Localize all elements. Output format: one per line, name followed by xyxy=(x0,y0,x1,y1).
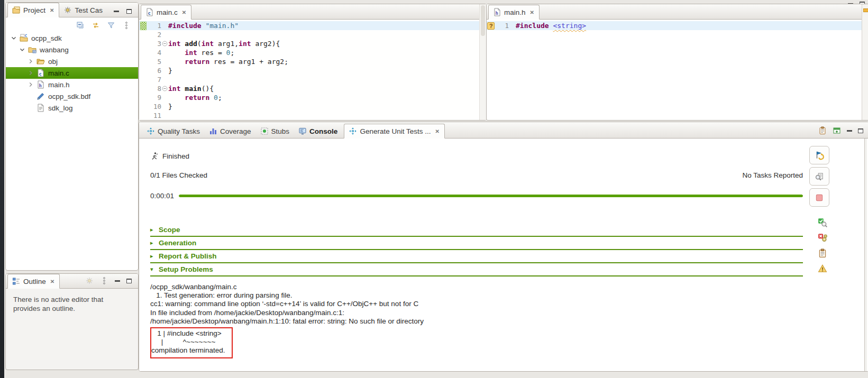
report-icon[interactable] xyxy=(818,248,827,258)
expander-spacer xyxy=(27,93,34,100)
project-tree: Cocpp_sdkwanbangobjcmain.chmain.hocpp_sd… xyxy=(6,32,138,114)
editor-main-h-overview-ruler[interactable] xyxy=(862,4,868,120)
generation-error-icon[interactable] xyxy=(818,233,827,243)
close-icon[interactable]: ✕ xyxy=(50,7,54,13)
maximize-icon[interactable] xyxy=(126,279,132,283)
h-file-icon: h xyxy=(36,80,45,89)
section-generation[interactable]: ▸Generation xyxy=(150,237,803,250)
window-buttons xyxy=(114,9,138,17)
tab-outline[interactable]: Outline✕ xyxy=(7,274,60,289)
chevron-right-icon[interactable] xyxy=(27,69,34,77)
tree-item-ocpp-sdk-bdf[interactable]: ocpp_sdk.bdf xyxy=(6,90,138,102)
coverage-marker-icon xyxy=(139,21,148,30)
progress-bar-fill xyxy=(179,195,803,197)
minimize-icon[interactable] xyxy=(114,11,119,12)
svg-text:h: h xyxy=(496,11,498,16)
warning-marker-icon[interactable] xyxy=(863,8,868,12)
tab-generate-unit-tests[interactable]: Generate Unit Tests ...✕ xyxy=(344,124,444,139)
code-text: int res = 0; xyxy=(168,48,234,57)
outline-toolbar xyxy=(85,276,138,288)
report-clipboard-icon[interactable] xyxy=(818,126,827,135)
filter-icon[interactable] xyxy=(107,21,115,30)
outline-icon xyxy=(12,277,21,285)
close-icon[interactable]: ✕ xyxy=(435,128,439,134)
run-status-label: Finished xyxy=(162,152,189,160)
collapse-all-icon[interactable] xyxy=(76,21,85,30)
chevron-right-icon[interactable] xyxy=(27,58,34,65)
review-findings-button[interactable] xyxy=(809,167,829,186)
stop-button[interactable] xyxy=(809,188,829,207)
line-number: 2 xyxy=(148,30,161,39)
minimize-icon[interactable] xyxy=(115,280,120,282)
editor-main-c: cmain.c✕ 1#include "main.h"23int add(int… xyxy=(139,4,487,121)
view-menu-icon[interactable] xyxy=(122,21,131,30)
maximize-icon[interactable] xyxy=(858,128,863,133)
code-text: int add(int arg1,int arg2){ xyxy=(168,39,280,48)
editor-main-h-body[interactable]: ?1#include <string> xyxy=(487,20,868,30)
warning-icon[interactable] xyxy=(818,264,827,273)
tab-coverage[interactable]: Coverage xyxy=(205,124,256,138)
section-report-publish[interactable]: ▸Report & Publish xyxy=(150,250,803,263)
code-text: int main(){ xyxy=(168,84,214,93)
line-number: 3 xyxy=(148,39,161,48)
gutter-marker-column xyxy=(139,102,148,111)
stubs-icon xyxy=(260,127,269,135)
open-report-icon[interactable] xyxy=(833,126,841,135)
minimize-icon[interactable] xyxy=(847,130,852,132)
tab-label: Coverage xyxy=(220,127,251,135)
bottom-panel-scrollbar[interactable] xyxy=(864,139,867,371)
gutter-marker-column xyxy=(139,30,148,39)
editor-main-c-body[interactable]: 1#include "main.h"23int add(int arg1,int… xyxy=(139,20,486,120)
desktop: Project✕Test Cas Cocpp_sdkwanbangobjcmai… xyxy=(0,0,868,378)
chevron-down-icon[interactable] xyxy=(19,46,26,53)
unit-tests-panel: Quality TasksCoverageStubsConsoleGenerat… xyxy=(139,122,868,372)
maximize-icon[interactable] xyxy=(126,9,132,14)
section-scope[interactable]: ▸Scope xyxy=(150,224,803,237)
svg-text:C: C xyxy=(25,34,27,38)
stop-icon xyxy=(815,193,824,202)
tab-project[interactable]: Project✕ xyxy=(7,3,59,17)
rerun-test-button[interactable] xyxy=(809,146,829,164)
tree-item-sdk-log[interactable]: sdk_log xyxy=(6,102,138,114)
close-icon[interactable]: ✕ xyxy=(50,279,54,284)
tab-stubs[interactable]: Stubs xyxy=(256,124,295,138)
tab-main-h[interactable]: hmain.h✕ xyxy=(488,5,540,20)
code-line: 7 xyxy=(139,75,486,84)
code-line: 3int add(int arg1,int arg2){ xyxy=(139,39,486,48)
sections-list: ▸Scope▸Generation▸Report & Publish▾Setup… xyxy=(150,224,803,276)
tree-item-main-c[interactable]: cmain.c xyxy=(6,67,138,79)
gutter-marker-column xyxy=(139,84,148,93)
tree-item-main-h[interactable]: hmain.h xyxy=(6,79,138,90)
close-icon[interactable]: ✕ xyxy=(182,10,186,15)
ide-window: Project✕Test Cas Cocpp_sdkwanbangobjcmai… xyxy=(4,0,868,378)
tab-label: Project xyxy=(23,6,45,14)
scope-check-icon[interactable] xyxy=(818,218,827,227)
close-icon[interactable]: ✕ xyxy=(530,10,534,15)
project-explorer-icon xyxy=(12,6,21,14)
project-panel-toolbar xyxy=(6,17,138,32)
chevron-down-icon[interactable] xyxy=(10,34,17,42)
tab-test-cas[interactable]: Test Cas xyxy=(59,3,107,17)
editor-main-c-scrollbar[interactable] xyxy=(479,4,486,120)
tree-item-wanbang[interactable]: wanbang xyxy=(6,44,138,56)
editor-main-c-tabbar: cmain.c✕ xyxy=(139,4,486,20)
gutter-marker-column xyxy=(139,75,148,84)
link-editor-icon[interactable] xyxy=(92,21,100,30)
section-label: Scope xyxy=(159,226,180,234)
console-line: cc1: warning: command line option ‘-std=… xyxy=(150,300,868,308)
tree-item-ocpp-sdk[interactable]: Cocpp_sdk xyxy=(6,32,138,44)
tab-main-c[interactable]: cmain.c✕ xyxy=(141,5,191,20)
tree-item-label: sdk_log xyxy=(47,104,73,112)
tree-item-obj[interactable]: obj xyxy=(6,56,138,67)
section-setup-problems[interactable]: ▾Setup Problems xyxy=(150,263,803,276)
unit-tests-icon xyxy=(349,127,357,135)
console-line: | ^~~~~~~~ xyxy=(151,338,225,346)
bottom-panel-tabbar: Quality TasksCoverageStubsConsoleGenerat… xyxy=(139,122,868,139)
tree-item-label: ocpp_sdk xyxy=(30,34,62,42)
expander-spacer xyxy=(27,104,34,112)
coverage-icon xyxy=(209,127,217,135)
chevron-right-icon[interactable] xyxy=(27,81,34,88)
error-annotation-box: 1 | #include <string> | ^~~~~~~~compilat… xyxy=(150,327,233,358)
tab-quality-tasks[interactable]: Quality Tasks xyxy=(142,124,205,138)
tab-console[interactable]: Console xyxy=(294,124,342,138)
